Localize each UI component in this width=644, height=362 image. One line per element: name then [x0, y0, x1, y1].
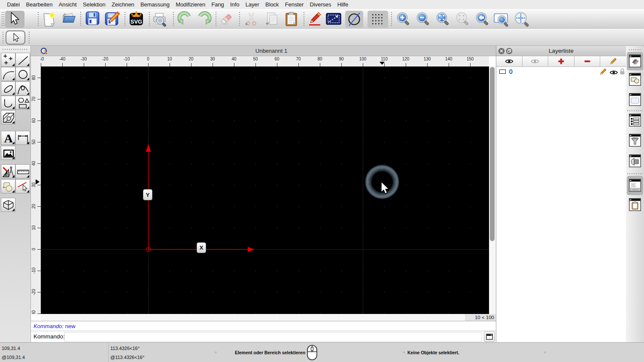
svg-text:X: X — [199, 244, 203, 251]
svg-text:command: command — [632, 189, 638, 190]
svg-text:SVG: SVG — [131, 18, 142, 25]
svg-text:Y: Y — [146, 192, 149, 198]
svg-text:A: A — [4, 132, 13, 145]
